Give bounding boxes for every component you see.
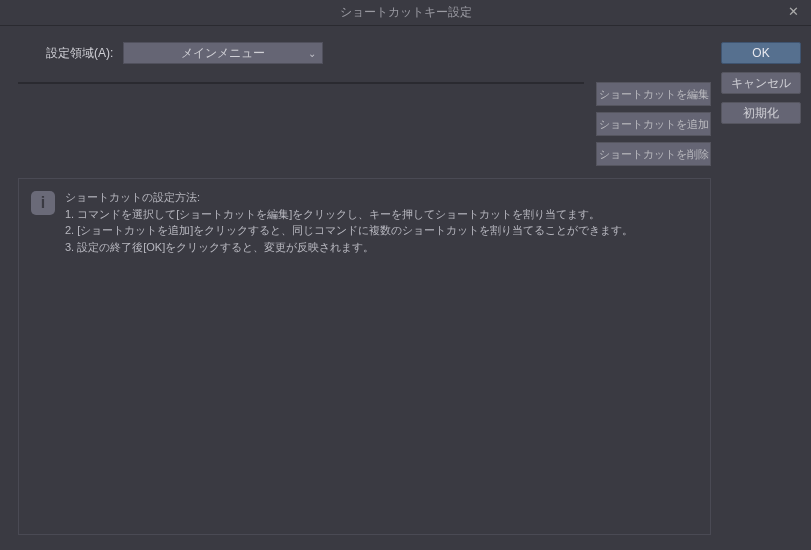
left-column: 設定領域(A): メインメニュー ⌄ ▸ ファイル ⌄ 編集 <box>18 42 711 535</box>
area-label: 設定領域(A): <box>46 45 113 62</box>
scroll-down-icon[interactable]: ▾ <box>571 82 583 83</box>
reset-button[interactable]: 初期化 <box>721 102 801 124</box>
info-line: 1. コマンドを選択して[ショートカットを編集]をクリックし、キーを押してショー… <box>65 206 633 223</box>
info-heading: ショートカットの設定方法: <box>65 189 633 206</box>
shortcut-actions: ショートカットを編集 ショートカットを追加 ショートカットを削除 <box>596 82 711 166</box>
titlebar: ショートカットキー設定 ✕ <box>0 0 811 26</box>
dialog-title: ショートカットキー設定 <box>340 4 472 21</box>
delete-shortcut-button[interactable]: ショートカットを削除 <box>596 142 711 166</box>
cancel-button[interactable]: キャンセル <box>721 72 801 94</box>
tree-wrap: ▸ ファイル ⌄ 編集 取り消しCtrl+Z やり直しCtrl+Y <box>18 82 584 166</box>
close-icon[interactable]: ✕ <box>782 4 805 19</box>
shortcut-tree: ▸ ファイル ⌄ 編集 取り消しCtrl+Z やり直しCtrl+Y <box>18 82 584 84</box>
chevron-down-icon: ⌄ <box>308 48 316 59</box>
ok-button[interactable]: OK <box>721 42 801 64</box>
scroll-up-icon[interactable]: ▴ <box>571 83 583 84</box>
info-panel: i ショートカットの設定方法: 1. コマンドを選択して[ショートカットを編集]… <box>18 178 711 535</box>
right-column: OK キャンセル 初期化 <box>721 42 801 535</box>
info-icon: i <box>31 191 55 215</box>
info-line: 3. 設定の終了後[OK]をクリックすると、変更が反映されます。 <box>65 239 633 256</box>
area-row: 設定領域(A): メインメニュー ⌄ <box>18 42 711 64</box>
middle-area: ▸ ファイル ⌄ 編集 取り消しCtrl+Z やり直しCtrl+Y <box>18 82 711 166</box>
area-select-value: メインメニュー <box>181 45 265 62</box>
info-line: 2. [ショートカットを追加]をクリックすると、同じコマンドに複数のショートカッ… <box>65 222 633 239</box>
dialog-body: 設定領域(A): メインメニュー ⌄ ▸ ファイル ⌄ 編集 <box>0 26 811 541</box>
edit-shortcut-button[interactable]: ショートカットを編集 <box>596 82 711 106</box>
area-select[interactable]: メインメニュー ⌄ <box>123 42 323 64</box>
info-text: ショートカットの設定方法: 1. コマンドを選択して[ショートカットを編集]をク… <box>65 189 633 255</box>
add-shortcut-button[interactable]: ショートカットを追加 <box>596 112 711 136</box>
